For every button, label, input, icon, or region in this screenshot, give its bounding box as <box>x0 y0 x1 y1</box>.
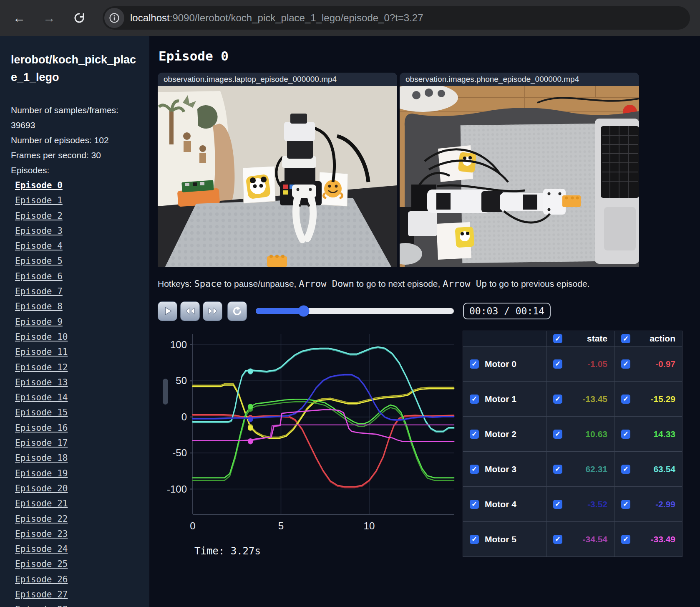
motor-table: ✓state✓action✓Motor 0✓-1.05✓-0.97✓Motor … <box>463 331 682 557</box>
hotkey-text: to go to previous episode. <box>487 279 589 288</box>
episode-link[interactable]: Episode 16 <box>15 420 139 435</box>
seek-slider[interactable] <box>256 308 454 314</box>
time-display: 00:03 / 00:14 <box>463 303 551 319</box>
episode-link[interactable]: Episode 4 <box>15 238 139 253</box>
checkbox-checked[interactable]: ✓ <box>621 395 630 404</box>
episode-link[interactable]: Episode 6 <box>15 269 139 284</box>
episode-link[interactable]: Episode 26 <box>15 572 139 587</box>
checkbox-checked[interactable]: ✓ <box>621 465 630 474</box>
checkbox-checked[interactable]: ✓ <box>553 359 562 369</box>
video-panel-phone: observation.images.phone_episode_000000.… <box>400 73 639 268</box>
episode-link[interactable]: Episode 24 <box>15 541 139 556</box>
reload-icon[interactable] <box>70 9 88 27</box>
dataset-stat-line: Frames per second: 30 <box>11 148 139 163</box>
episode-link[interactable]: Episode 18 <box>15 450 139 465</box>
table-header-action: ✓action <box>614 331 682 346</box>
episode-link[interactable]: Episode 0 <box>15 178 139 193</box>
checkbox-checked[interactable]: ✓ <box>470 535 479 544</box>
site-info-icon[interactable] <box>104 8 124 28</box>
checkbox-checked[interactable]: ✓ <box>553 430 562 439</box>
motor-state-value: -1.05 <box>587 359 607 369</box>
checkbox-checked[interactable]: ✓ <box>621 359 630 369</box>
table-row: ✓Motor 5✓-34.54✓-33.49 <box>463 522 682 557</box>
checkbox-checked[interactable]: ✓ <box>470 430 479 439</box>
episode-link[interactable]: Episode 1 <box>15 193 139 208</box>
motor-state-value: -34.54 <box>582 534 607 544</box>
table-header-state: ✓state <box>546 331 614 346</box>
address-bar[interactable]: localhost:9090/lerobot/koch_pick_place_1… <box>103 6 690 30</box>
episode-link[interactable]: Episode 19 <box>15 466 139 481</box>
loop-button[interactable] <box>227 301 247 321</box>
back-icon[interactable]: ← <box>10 9 28 27</box>
motor-name: Motor 2 <box>485 429 516 439</box>
episode-link[interactable]: Episode 20 <box>15 481 139 496</box>
checkbox-checked[interactable]: ✓ <box>553 334 562 343</box>
hotkey-text: Hotkeys: <box>158 279 194 288</box>
episode-link[interactable]: Episode 9 <box>15 314 139 329</box>
video-panel-laptop: observation.images.laptop_episode_000000… <box>158 73 397 268</box>
checkbox-checked[interactable]: ✓ <box>553 395 562 404</box>
motor-state-value: 10.63 <box>585 429 607 439</box>
seek-slider-thumb[interactable] <box>298 306 309 317</box>
episode-link[interactable]: Episode 7 <box>15 284 139 299</box>
episode-link[interactable]: Episode 25 <box>15 556 139 572</box>
episode-link[interactable]: Episode 10 <box>15 329 139 344</box>
checkbox-checked[interactable]: ✓ <box>621 535 630 544</box>
checkbox-checked[interactable]: ✓ <box>621 334 630 343</box>
svg-text:10: 10 <box>364 520 375 531</box>
checkbox-checked[interactable]: ✓ <box>621 500 630 509</box>
episode-link[interactable]: Episode 22 <box>15 511 139 526</box>
checkbox-checked[interactable]: ✓ <box>553 465 562 474</box>
episode-link[interactable]: Episode 5 <box>15 253 139 268</box>
episode-link[interactable]: Episode 14 <box>15 390 139 405</box>
episode-link[interactable]: Episode 3 <box>15 223 139 238</box>
url-host: localhost <box>130 12 170 23</box>
table-row: ✓Motor 1✓-13.45✓-15.29 <box>463 382 682 417</box>
episode-link[interactable]: Episode 13 <box>15 375 139 390</box>
episode-link[interactable]: Episode 17 <box>15 435 139 450</box>
table-row: ✓Motor 2✓10.63✓14.33 <box>463 417 682 452</box>
column-header-action: action <box>650 334 675 344</box>
motor-action-value: -15.29 <box>650 394 675 404</box>
episode-link[interactable]: Episode 15 <box>15 405 139 420</box>
episode-link[interactable]: Episode 27 <box>15 587 139 602</box>
checkbox-checked[interactable]: ✓ <box>553 535 562 544</box>
table-row: ✓Motor 3✓62.31✓63.54 <box>463 452 682 487</box>
video-scene-laptop <box>158 86 397 267</box>
checkbox-checked[interactable]: ✓ <box>470 395 479 404</box>
checkbox-checked[interactable]: ✓ <box>470 465 479 474</box>
dataset-stat-line: Number of episodes: 102 <box>11 133 139 148</box>
checkbox-checked[interactable]: ✓ <box>621 430 630 439</box>
column-header-state: state <box>587 334 607 344</box>
checkbox-checked[interactable]: ✓ <box>553 500 562 509</box>
svg-text:5: 5 <box>278 520 284 531</box>
motor-name: Motor 3 <box>485 464 516 474</box>
episode-link[interactable]: Episode 2 <box>15 208 139 223</box>
table-row: ✓Motor 4✓-3.52✓-2.99 <box>463 487 682 522</box>
episode-link[interactable]: Episode 8 <box>15 299 139 314</box>
table-corner-cell <box>463 331 546 346</box>
forward-icon[interactable]: → <box>40 9 58 27</box>
svg-text:-50: -50 <box>172 447 187 458</box>
episode-link[interactable]: Episode 28 <box>15 602 139 607</box>
url-text: localhost:9090/lerobot/koch_pick_place_1… <box>130 12 423 24</box>
episode-link[interactable]: Episode 11 <box>15 344 139 359</box>
episode-link[interactable]: Episode 21 <box>15 496 139 511</box>
play-button[interactable] <box>158 301 177 321</box>
seek-slider-fill <box>256 308 304 314</box>
episode-link[interactable]: Episode 23 <box>15 526 139 541</box>
video-label-phone: observation.images.phone_episode_000000.… <box>400 73 639 86</box>
checkbox-checked[interactable]: ✓ <box>470 359 479 369</box>
rewind-button[interactable] <box>180 301 200 321</box>
scrollbar-thumb[interactable] <box>163 379 168 405</box>
fast-forward-button[interactable] <box>203 301 222 321</box>
dataset-stat-line: Episodes: <box>11 163 139 178</box>
motor-chart[interactable]: -100-500501000510 <box>163 331 457 539</box>
video-scene-phone <box>400 86 639 267</box>
bottom-row: -100-500501000510 Time: 3.27s ✓state✓act… <box>158 331 689 557</box>
motor-name: Motor 5 <box>485 534 516 544</box>
episode-link[interactable]: Episode 12 <box>15 360 139 375</box>
motor-action-value: 63.54 <box>653 464 675 474</box>
checkbox-checked[interactable]: ✓ <box>470 500 479 509</box>
playback-controls: 00:03 / 00:14 <box>158 301 689 321</box>
